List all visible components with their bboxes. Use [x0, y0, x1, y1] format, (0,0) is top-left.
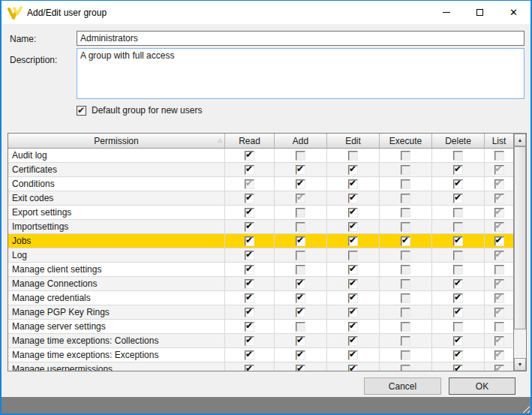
table-row[interactable]: Manage credentials✔✔✔✔✔ [8, 291, 513, 305]
permission-checkbox-edit[interactable]: ✔ [348, 350, 358, 360]
permission-checkbox-add[interactable]: ✔ [296, 194, 305, 203]
maximize-button[interactable] [463, 1, 497, 24]
permission-checkbox-list[interactable]: ✔ [494, 336, 504, 346]
table-row[interactable]: Certificates✔✔✔✔✔ [8, 163, 513, 177]
permission-checkbox-list[interactable]: ✔ [494, 279, 504, 289]
permission-checkbox-edit[interactable]: ✔ [348, 194, 358, 203]
permission-checkbox-read[interactable]: ✔ [245, 251, 254, 260]
permission-checkbox-add[interactable]: ✔ [296, 308, 305, 317]
permission-checkbox-list[interactable]: ✔ [494, 165, 504, 175]
permission-checkbox-list[interactable]: ✔ [494, 293, 504, 303]
titlebar[interactable]: Add/Edit user group ✕ [2, 1, 530, 24]
permission-checkbox-edit[interactable]: ✔ [348, 208, 358, 218]
table-row[interactable]: Manage time exceptions: Exceptions✔✔✔✔✔ [8, 348, 513, 362]
permission-checkbox-delete[interactable]: ✔ [453, 350, 463, 360]
default-group-checkbox[interactable] [77, 106, 86, 116]
table-scrollbar[interactable]: ▲ ▼ [513, 134, 526, 371]
permission-checkbox-read[interactable]: ✔ [245, 265, 254, 275]
permission-checkbox-read[interactable]: ✔ [245, 365, 254, 371]
permission-checkbox-delete[interactable] [453, 251, 463, 260]
permission-checkbox-execute[interactable] [401, 293, 410, 303]
permission-checkbox-read[interactable]: ✔ [245, 236, 254, 246]
permission-checkbox-execute[interactable] [401, 208, 410, 218]
permission-checkbox-execute[interactable] [401, 308, 410, 317]
permission-checkbox-add[interactable] [296, 265, 305, 275]
permission-checkbox-execute[interactable] [401, 251, 410, 260]
permission-checkbox-delete[interactable] [453, 265, 463, 275]
table-row[interactable]: Export settings✔✔✔ [8, 206, 513, 220]
permission-checkbox-add[interactable]: ✔ [296, 336, 305, 346]
permission-checkbox-read[interactable]: ✔ [245, 308, 254, 317]
minimize-button[interactable] [429, 1, 463, 24]
permission-checkbox-edit[interactable]: ✔ [348, 308, 358, 317]
permission-checkbox-delete[interactable] [453, 222, 463, 232]
permission-checkbox-read[interactable]: ✔ [245, 179, 254, 189]
cancel-button[interactable]: Cancel [364, 377, 441, 395]
permission-checkbox-list[interactable]: ✔ [494, 251, 504, 260]
table-row[interactable]: Audit log✔ [8, 149, 513, 163]
permission-checkbox-list[interactable] [494, 151, 504, 161]
permission-checkbox-edit[interactable] [348, 151, 358, 161]
permission-checkbox-add[interactable]: ✔ [296, 279, 305, 289]
permission-checkbox-edit[interactable]: ✔ [348, 322, 358, 332]
permission-checkbox-execute[interactable] [401, 179, 410, 189]
permission-checkbox-execute[interactable] [401, 151, 410, 161]
permission-checkbox-list[interactable]: ✔ [494, 308, 504, 317]
table-row[interactable]: Exit codes✔✔✔✔✔ [8, 191, 513, 206]
table-row[interactable]: Manage client settings✔✔ [8, 263, 513, 277]
permission-checkbox-list[interactable]: ✔ [494, 222, 504, 232]
scroll-down-button[interactable]: ▼ [514, 358, 526, 371]
table-row[interactable]: Manage userpermissions✔✔✔✔✔ [8, 362, 513, 371]
permission-checkbox-delete[interactable]: ✔ [453, 308, 463, 317]
permission-checkbox-delete[interactable]: ✔ [453, 293, 463, 303]
permission-checkbox-list[interactable]: ✔ [494, 194, 504, 203]
permission-checkbox-delete[interactable] [453, 322, 463, 332]
name-input[interactable] [77, 31, 524, 46]
permission-checkbox-add[interactable] [296, 222, 305, 232]
permission-checkbox-edit[interactable]: ✔ [348, 293, 358, 303]
permission-checkbox-delete[interactable] [453, 151, 463, 161]
permission-checkbox-delete[interactable]: ✔ [453, 279, 463, 289]
table-row[interactable]: Importsettings✔✔✔ [8, 220, 513, 234]
permission-checkbox-read[interactable]: ✔ [245, 165, 254, 175]
permission-checkbox-delete[interactable]: ✔ [453, 194, 463, 203]
permission-checkbox-list[interactable]: ✔ [494, 350, 504, 360]
permission-checkbox-add[interactable]: ✔ [296, 365, 305, 371]
permission-checkbox-edit[interactable]: ✔ [348, 265, 358, 275]
permission-checkbox-add[interactable] [296, 322, 305, 332]
permission-checkbox-execute[interactable] [401, 194, 410, 203]
permission-checkbox-list[interactable]: ✔ [494, 236, 504, 246]
permission-checkbox-read[interactable]: ✔ [245, 151, 254, 161]
permission-checkbox-add[interactable]: ✔ [296, 179, 305, 189]
scroll-up-button[interactable]: ▲ [514, 134, 526, 146]
column-header-list[interactable]: List [485, 134, 513, 149]
table-row[interactable]: Manage Connections✔✔✔✔✔ [8, 277, 513, 291]
permission-checkbox-edit[interactable] [348, 251, 358, 260]
permission-checkbox-read[interactable]: ✔ [245, 222, 254, 232]
close-button[interactable]: ✕ [497, 1, 530, 24]
table-row[interactable]: Manage server settings✔✔ [8, 320, 513, 334]
column-header-execute[interactable]: Execute [380, 134, 432, 149]
column-header-add[interactable]: Add [275, 134, 327, 149]
permission-checkbox-add[interactable] [296, 151, 305, 161]
permission-checkbox-read[interactable]: ✔ [245, 293, 254, 303]
permission-checkbox-edit[interactable]: ✔ [348, 236, 358, 246]
permission-checkbox-add[interactable] [296, 251, 305, 260]
permission-checkbox-edit[interactable]: ✔ [348, 279, 358, 289]
permission-checkbox-execute[interactable] [401, 279, 410, 289]
permission-checkbox-read[interactable]: ✔ [245, 350, 254, 360]
permission-checkbox-delete[interactable]: ✔ [453, 179, 463, 189]
permission-checkbox-read[interactable]: ✔ [245, 279, 254, 289]
permission-checkbox-delete[interactable] [453, 208, 463, 218]
table-row[interactable]: Jobs✔✔✔✔✔✔ [8, 234, 513, 248]
column-header-permission[interactable]: Permission△ [8, 134, 225, 149]
permission-checkbox-list[interactable] [494, 265, 504, 275]
permission-checkbox-read[interactable]: ✔ [245, 336, 254, 346]
scrollbar-thumb[interactable] [514, 146, 526, 329]
permission-checkbox-delete[interactable]: ✔ [453, 336, 463, 346]
permission-checkbox-read[interactable]: ✔ [245, 208, 254, 218]
permission-checkbox-add[interactable]: ✔ [296, 293, 305, 303]
permission-checkbox-execute[interactable] [401, 222, 410, 232]
column-header-delete[interactable]: Delete [432, 134, 485, 149]
description-input[interactable]: A group with full access [77, 48, 524, 99]
